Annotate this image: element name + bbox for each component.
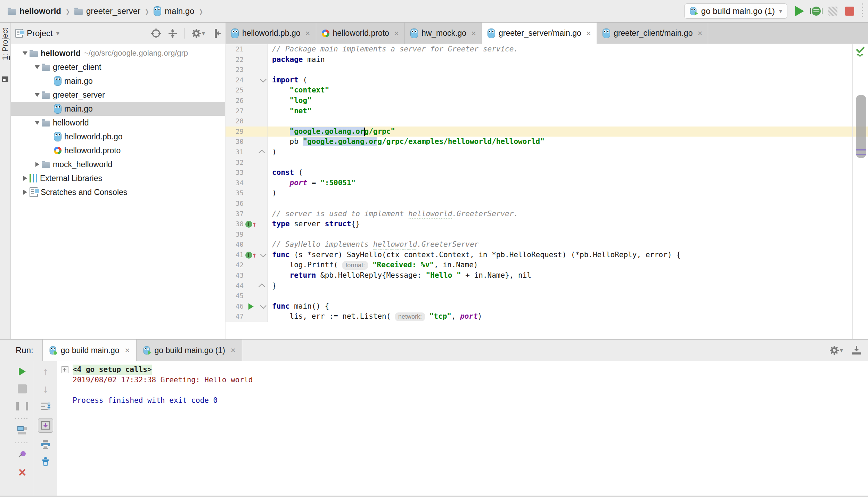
code-segment: "Hello " <box>426 271 461 279</box>
editor-tab[interactable]: greeter_client/main.go× <box>597 23 709 44</box>
tree-row[interactable]: mock_helloworld <box>11 157 225 171</box>
fold-marker-icon[interactable] <box>258 147 267 157</box>
breadcrumb-chevron-icon: › <box>199 3 203 19</box>
code-line: 26 "log" <box>226 96 868 106</box>
coverage-button[interactable] <box>828 7 837 16</box>
project-view-selector[interactable]: Project ▾ <box>15 28 59 38</box>
tree-toggle-icon[interactable] <box>21 51 30 55</box>
expand-fold-icon[interactable] <box>57 365 73 375</box>
run-settings-button[interactable]: ▾ <box>829 345 843 356</box>
breadcrumb-item[interactable]: helloworld <box>8 6 61 16</box>
close-icon[interactable]: × <box>394 28 399 38</box>
implemented-marker-icon[interactable]: I↑ <box>244 219 258 229</box>
debug-button[interactable] <box>812 7 821 16</box>
tree-row[interactable]: greeter_client <box>11 60 225 74</box>
tree-row[interactable]: greeter_server <box>11 88 225 102</box>
run-tab[interactable]: go build main.go (1)× <box>137 340 242 361</box>
code-line: 31) <box>226 147 868 157</box>
gopher-icon <box>54 132 62 141</box>
code-segment: , <box>451 312 460 320</box>
inspections-ok-icon[interactable] <box>855 46 866 57</box>
code-line: 27 "net" <box>226 106 868 116</box>
console-gutter <box>57 385 73 396</box>
tree-toggle-icon[interactable] <box>33 65 42 69</box>
tree-row[interactable]: helloworld.pb.go <box>11 130 225 144</box>
tree-item-label: main.go <box>64 104 93 114</box>
collapse-all-icon[interactable] <box>167 28 178 39</box>
fold-slot <box>258 116 267 127</box>
fold-marker-icon[interactable] <box>258 75 267 85</box>
tree-toggle-icon[interactable] <box>33 162 42 167</box>
hide-panel-icon[interactable] <box>211 28 221 39</box>
folder-icon <box>42 121 50 127</box>
console-line: <4 go setup calls> <box>57 365 868 375</box>
line-number: 24 <box>226 75 244 85</box>
editor-tab-label: helloworld.proto <box>333 28 389 38</box>
tree-row[interactable]: helloworld.proto <box>11 144 225 157</box>
restore-layout-button[interactable] <box>16 425 28 436</box>
tree-toggle-icon[interactable] <box>33 93 42 97</box>
down-stack-trace-button[interactable]: ↓ <box>39 383 52 394</box>
code-segment: "google.golang.or <box>303 137 378 146</box>
editor-tab[interactable]: greeter_server/main.go× <box>482 23 597 44</box>
fold-slot <box>258 198 267 209</box>
close-icon[interactable]: × <box>586 28 591 38</box>
tree-item-label: External Libraries <box>40 174 102 183</box>
soft-wrap-button[interactable] <box>39 401 52 412</box>
print-button[interactable] <box>39 439 52 450</box>
project-tool-window-icon[interactable] <box>2 76 8 82</box>
editor-tab[interactable]: hw_mock.go× <box>405 23 482 44</box>
pause-output-button[interactable] <box>16 401 28 412</box>
run-configuration-select[interactable]: go build main.go (1) ▾ <box>684 3 787 19</box>
collapsed-arrow-icon <box>23 190 27 195</box>
tree-row[interactable]: main.go <box>11 102 225 116</box>
code-editor[interactable]: 21// Package main implements a server fo… <box>226 44 868 339</box>
stop-button-disabled[interactable] <box>16 383 28 394</box>
tree-toggle-icon[interactable] <box>21 190 30 195</box>
tree-toggle-icon[interactable] <box>21 176 30 181</box>
close-tab-button[interactable]: × <box>16 467 28 478</box>
tree-item-label: helloworld.proto <box>64 146 121 155</box>
tree-row[interactable]: helloworld~/go/src/google.golang.org/grp <box>11 46 225 60</box>
editor-gutter: 22 <box>226 55 268 65</box>
fold-marker-icon[interactable] <box>258 281 267 291</box>
close-icon[interactable]: × <box>697 28 702 38</box>
close-icon[interactable]: × <box>471 28 476 38</box>
toolbar-drag-handle[interactable] <box>862 3 863 19</box>
chevron-down-icon: ▾ <box>840 347 843 354</box>
clear-all-button[interactable] <box>39 456 52 467</box>
close-icon[interactable]: × <box>305 28 310 38</box>
console-output[interactable]: <4 go setup calls>2019/08/02 17:32:38 Gr… <box>57 361 868 496</box>
stop-button[interactable] <box>845 7 854 16</box>
tree-row[interactable]: External Libraries <box>11 171 225 185</box>
fold-marker-icon[interactable] <box>258 250 267 260</box>
tree-row[interactable]: main.go <box>11 74 225 88</box>
tree-row[interactable]: helloworld <box>11 116 225 130</box>
gopher-icon <box>49 346 56 355</box>
hide-tool-window-icon[interactable] <box>851 345 862 355</box>
run-tab[interactable]: go build main.go× <box>42 340 137 361</box>
editor-tab[interactable]: helloworld.proto× <box>316 23 405 44</box>
close-icon[interactable]: × <box>125 345 130 355</box>
pin-tab-button[interactable] <box>16 449 28 461</box>
breadcrumb-item[interactable]: main.go <box>154 6 194 16</box>
editor-tab[interactable]: helloworld.pb.go× <box>226 23 316 44</box>
fold-marker-icon[interactable] <box>258 301 267 312</box>
line-number: 41 <box>226 250 244 260</box>
implemented-marker-icon[interactable]: I↑ <box>244 250 258 260</box>
scroll-to-end-button[interactable] <box>38 418 53 433</box>
rerun-button[interactable] <box>16 366 28 377</box>
tree-toggle-icon[interactable] <box>33 121 42 125</box>
run-button[interactable] <box>795 6 804 16</box>
breadcrumb-item[interactable]: greeter_server <box>74 6 140 16</box>
sidebar-item-project[interactable]: 1: Project <box>0 28 10 60</box>
project-settings-button[interactable]: ▾ <box>191 28 205 39</box>
run-main-gutter-icon[interactable] <box>244 301 258 312</box>
editor-gutter: 30 <box>226 137 268 147</box>
close-icon[interactable]: × <box>231 345 236 355</box>
scrollbar-thumb[interactable] <box>856 95 866 158</box>
code-text: func main() { <box>268 301 329 312</box>
locate-icon[interactable] <box>151 28 161 39</box>
tree-row[interactable]: Scratches and Consoles <box>11 185 225 199</box>
up-stack-trace-button[interactable]: ↑ <box>39 366 52 377</box>
